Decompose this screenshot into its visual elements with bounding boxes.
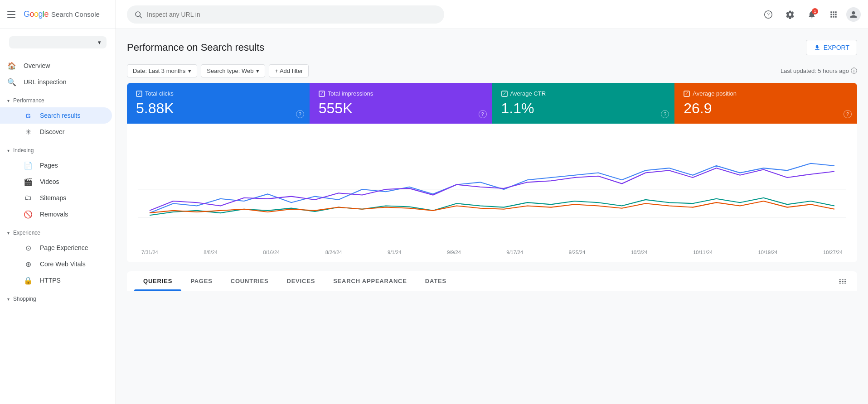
- tab-devices[interactable]: DEVICES: [277, 271, 324, 291]
- pages-icon: 📄: [24, 161, 33, 170]
- property-selector[interactable]: ​ ▾: [9, 36, 107, 48]
- nav-label-page-experience: Page Experience: [40, 244, 88, 251]
- nav-label-removals: Removals: [40, 211, 68, 218]
- metric-clicks-label: ✓ Total clicks: [136, 90, 301, 97]
- x-label-11: 10/27/24: [823, 250, 843, 255]
- svg-line-1: [140, 16, 141, 18]
- hamburger-menu[interactable]: [7, 9, 18, 20]
- nav-label-overview: Overview: [24, 62, 50, 69]
- add-filter-button[interactable]: + Add filter: [269, 64, 309, 77]
- metric-position-checkbox: ✓: [684, 91, 690, 97]
- section-shopping-header[interactable]: ▾ Shopping: [0, 292, 116, 306]
- nav-label-core-web-vitals: Core Web Vitals: [40, 260, 86, 268]
- metric-impressions-checkbox: ✓: [319, 91, 325, 97]
- metric-avg-position[interactable]: ✓ Average position 26.9 ?: [674, 83, 857, 124]
- nav-item-search-results[interactable]: G Search results: [0, 107, 112, 124]
- nav-label-https: HTTPS: [40, 277, 61, 284]
- notification-badge: 1: [812, 8, 818, 14]
- x-label-0: 7/31/24: [141, 250, 158, 255]
- google-logo: Google: [24, 10, 48, 19]
- chart-svg: [138, 133, 846, 246]
- section-experience-label: Experience: [13, 230, 40, 236]
- metric-clicks-info: ?: [296, 110, 304, 118]
- nav-label-videos: Videos: [40, 178, 59, 185]
- nav-item-videos[interactable]: 🎬 Videos: [0, 173, 112, 190]
- tab-queries[interactable]: QUERIES: [134, 271, 181, 291]
- tab-countries[interactable]: COUNTRIES: [222, 271, 278, 291]
- nav-item-overview[interactable]: 🏠 Overview: [0, 58, 112, 74]
- metric-impressions-info: ?: [479, 110, 487, 118]
- chevron-down-icon: ▾: [7, 98, 10, 103]
- x-label-4: 9/1/24: [388, 250, 402, 255]
- metric-position-value: 26.9: [684, 101, 848, 116]
- help-icon: ?: [764, 10, 773, 19]
- settings-icon-btn[interactable]: [781, 5, 799, 24]
- section-performance-header[interactable]: ▾ Performance: [0, 94, 116, 107]
- metric-avg-ctr[interactable]: ✓ Average CTR 1.1% ?: [492, 83, 675, 124]
- x-label-9: 10/11/24: [693, 250, 713, 255]
- x-label-5: 9/9/24: [447, 250, 461, 255]
- metric-ctr-info: ?: [661, 110, 669, 118]
- metric-ctr-checkbox: ✓: [501, 91, 508, 97]
- url-inspection-input[interactable]: [147, 11, 437, 18]
- nav-item-removals[interactable]: 🚫 Removals: [0, 206, 112, 222]
- apps-icon-btn[interactable]: [824, 5, 843, 24]
- metric-position-info: ?: [844, 110, 852, 118]
- asterisk-icon: ✳: [24, 127, 33, 136]
- tab-search-appearance[interactable]: SEARCH APPEARANCE: [324, 271, 416, 291]
- metric-total-clicks[interactable]: ✓ Total clicks 5.88K ?: [127, 83, 310, 124]
- nav-label-pages: Pages: [40, 162, 58, 169]
- x-label-3: 8/24/24: [325, 250, 342, 255]
- sidebar: Google Google Search Console Search Cons…: [0, 0, 116, 404]
- console-label: Search Console: [51, 10, 100, 18]
- user-icon: [849, 10, 858, 19]
- section-shopping-label: Shopping: [13, 296, 36, 302]
- search-bar[interactable]: [127, 5, 444, 24]
- nav-section-experience: ▾ Experience ⊙ Page Experience ⊛ Core We…: [0, 224, 116, 290]
- nav-section-indexing: ▾ Indexing 📄 Pages 🎬 Videos 🗂 Sitemaps 🚫…: [0, 142, 116, 224]
- nav-section-performance: ▾ Performance G Search results ✳ Discove…: [0, 92, 116, 142]
- nav-section-shopping: ▾ Shopping: [0, 290, 116, 308]
- chart-area: 7/31/24 8/8/24 8/16/24 8/24/24 9/1/24 9/…: [127, 124, 857, 262]
- nav-item-core-web-vitals[interactable]: ⊛ Core Web Vitals: [0, 256, 112, 272]
- tab-dates[interactable]: DATES: [416, 271, 456, 291]
- page-title: Performance on Search results: [127, 42, 264, 53]
- logo-area: Google Google Search Console Search Cons…: [24, 10, 100, 19]
- metric-total-impressions[interactable]: ✓ Total impressions 555K ?: [310, 83, 492, 124]
- tab-pages[interactable]: PAGES: [181, 271, 222, 291]
- filter-list-icon: [838, 277, 847, 286]
- main-area: ? 1: [116, 0, 868, 404]
- help-icon-btn[interactable]: ?: [759, 5, 777, 24]
- nav-item-discover[interactable]: ✳ Discover: [0, 124, 112, 140]
- date-filter[interactable]: Date: Last 3 months ▾: [127, 64, 197, 77]
- table-filter-button[interactable]: [835, 274, 850, 289]
- filters-row: Date: Last 3 months ▾ Search type: Web ▾…: [127, 64, 857, 77]
- section-indexing-header[interactable]: ▾ Indexing: [0, 144, 116, 157]
- notifications-icon-btn[interactable]: 1: [803, 5, 821, 24]
- nav-item-page-experience[interactable]: ⊙ Page Experience: [0, 240, 112, 256]
- export-label: EXPORT: [824, 44, 849, 51]
- apps-icon: [829, 10, 838, 19]
- export-icon: [814, 44, 821, 51]
- nav-item-sitemaps[interactable]: 🗂 Sitemaps: [0, 190, 112, 206]
- videos-icon: 🎬: [24, 177, 33, 186]
- nav-item-url-inspection[interactable]: 🔍 URL inspection: [0, 74, 112, 90]
- x-label-2: 8/16/24: [263, 250, 280, 255]
- svg-text:?: ?: [767, 12, 770, 17]
- sidebar-header: Google Google Search Console Search Cons…: [0, 0, 116, 29]
- search-type-filter[interactable]: Search type: Web ▾: [201, 64, 265, 77]
- search-icon: 🔍: [7, 77, 16, 87]
- avatar[interactable]: [846, 7, 861, 22]
- export-button[interactable]: EXPORT: [806, 40, 857, 55]
- page-header: Performance on Search results EXPORT: [127, 40, 857, 55]
- https-icon: 🔒: [24, 276, 33, 285]
- topbar-right: ? 1: [759, 5, 861, 24]
- metric-impressions-value: 555K: [319, 101, 483, 116]
- core-web-vitals-icon: ⊛: [24, 260, 33, 269]
- chevron-down-icon-3: ▾: [7, 231, 10, 236]
- nav-item-pages[interactable]: 📄 Pages: [0, 157, 112, 173]
- section-experience-header[interactable]: ▾ Experience: [0, 226, 116, 240]
- sitemaps-icon: 🗂: [24, 193, 33, 202]
- x-label-10: 10/19/24: [758, 250, 778, 255]
- nav-item-https[interactable]: 🔒 HTTPS: [0, 272, 112, 289]
